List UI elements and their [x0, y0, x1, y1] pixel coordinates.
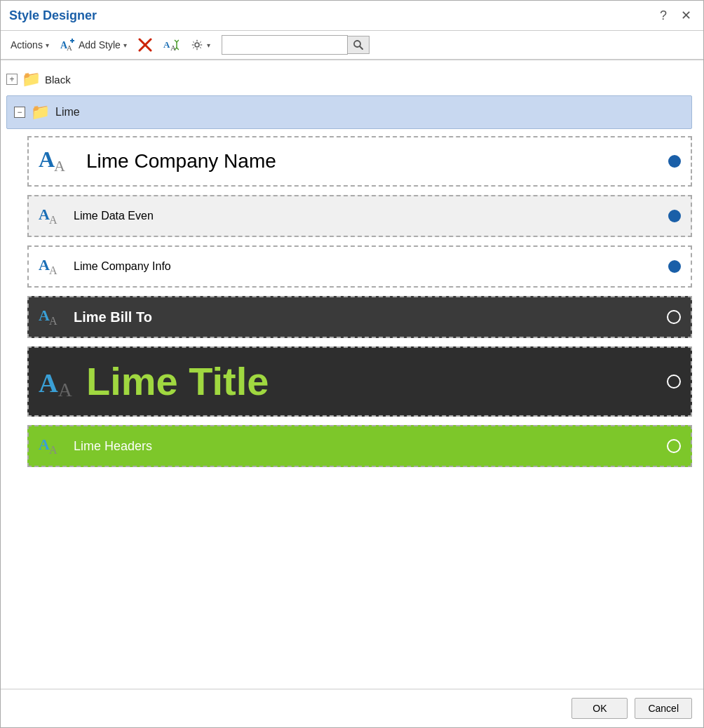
style-item-label-lime-company-name: Lime Company Name: [86, 150, 668, 173]
style-icon-company-name: A A: [39, 144, 78, 178]
lime-folder-collapse[interactable]: −: [14, 107, 25, 118]
settings-chevron-icon: ▾: [207, 41, 210, 49]
style-icon-bill-to: A A: [39, 305, 65, 329]
style-dot-1: [668, 210, 681, 222]
arrange-icon: A A: [163, 38, 179, 52]
lime-folder-container: − 📁 Lime A A Lime Company Name: [6, 95, 692, 471]
style-dot-4: [667, 375, 681, 389]
style-dot-3: [667, 310, 681, 324]
svg-text:A: A: [39, 436, 50, 453]
style-icon-data-even: A A: [39, 204, 65, 228]
svg-text:A: A: [170, 43, 176, 52]
search-icon: [353, 39, 364, 50]
add-style-icon: A A: [60, 38, 76, 52]
style-item-lime-company-info[interactable]: A A Lime Company Info: [27, 245, 692, 288]
style-item-lime-title[interactable]: A A Lime Title: [27, 346, 692, 417]
style-item-label-lime-headers: Lime Headers: [74, 439, 667, 454]
style-item-lime-data-even[interactable]: A A Lime Data Even: [27, 195, 692, 237]
lime-folder-label: Lime: [55, 106, 80, 119]
style-dot-0: [668, 155, 681, 168]
svg-text:A: A: [163, 39, 170, 50]
add-style-label: Add Style: [79, 39, 121, 50]
add-style-button[interactable]: A A Add Style ▾: [56, 35, 131, 55]
search-container: [222, 35, 370, 55]
svg-point-9: [195, 43, 199, 47]
add-style-chevron-icon: ▾: [123, 41, 127, 49]
svg-text:A: A: [58, 379, 72, 400]
style-icon-title: A A: [39, 360, 81, 403]
gear-icon: [190, 38, 204, 52]
content-area: + 📁 Black − 📁 Lime A A Lime Compan: [1, 60, 703, 689]
style-item-label-lime-title: Lime Title: [86, 362, 667, 401]
delete-icon: [138, 38, 152, 52]
style-dot-5: [667, 439, 681, 453]
close-button[interactable]: ✕: [677, 6, 695, 25]
style-item-label-lime-data-even: Lime Data Even: [74, 210, 668, 222]
svg-text:A: A: [49, 444, 57, 456]
lime-folder-row[interactable]: − 📁 Lime: [6, 95, 692, 129]
actions-label: Actions: [11, 39, 43, 50]
style-icon-company-info: A A: [39, 255, 65, 278]
ok-button[interactable]: OK: [571, 698, 628, 719]
settings-button[interactable]: ▾: [186, 35, 215, 55]
style-icon-headers: A A: [39, 434, 65, 458]
title-bar-left: Style Designer: [9, 8, 97, 23]
svg-text:A: A: [39, 368, 58, 398]
delete-button[interactable]: [134, 35, 156, 55]
svg-text:A: A: [49, 264, 57, 276]
style-dot-2: [668, 260, 681, 273]
style-item-label-lime-bill-to: Lime Bill To: [74, 309, 667, 325]
svg-text:A: A: [49, 315, 57, 327]
help-button[interactable]: ?: [656, 7, 670, 25]
footer: OK Cancel: [1, 689, 703, 727]
style-item-lime-headers[interactable]: A A Lime Headers: [27, 425, 692, 467]
actions-chevron-icon: ▾: [46, 41, 49, 49]
black-folder-expand[interactable]: +: [6, 74, 18, 85]
style-item-label-lime-company-info: Lime Company Info: [74, 260, 668, 273]
title-bar-right: ? ✕: [656, 6, 695, 25]
svg-text:A: A: [39, 205, 50, 223]
svg-text:A: A: [67, 43, 72, 52]
black-folder-icon: 📁: [22, 70, 41, 88]
svg-text:A: A: [39, 147, 55, 172]
search-button[interactable]: [348, 36, 370, 54]
cancel-button[interactable]: Cancel: [635, 698, 692, 719]
dialog-title: Style Designer: [9, 8, 97, 23]
svg-text:A: A: [54, 157, 65, 175]
black-folder-label: Black: [45, 74, 71, 86]
black-folder-row[interactable]: + 📁 Black: [1, 66, 698, 93]
svg-line-11: [360, 46, 363, 49]
svg-text:A: A: [49, 214, 57, 226]
actions-menu-button[interactable]: Actions ▾: [6, 36, 53, 53]
lime-folder-icon: 📁: [31, 103, 50, 121]
style-designer-dialog: Style Designer ? ✕ Actions ▾ A A Add Sty…: [0, 0, 704, 728]
style-items-list: A A Lime Company Name A A Lime Data Even: [27, 132, 692, 471]
title-bar: Style Designer ? ✕: [1, 1, 703, 31]
search-input[interactable]: [222, 35, 348, 55]
svg-text:A: A: [39, 306, 50, 324]
arrange-button[interactable]: A A: [159, 35, 183, 55]
style-item-lime-bill-to[interactable]: A A Lime Bill To: [27, 296, 692, 338]
svg-text:A: A: [39, 256, 50, 274]
toolbar: Actions ▾ A A Add Style ▾ A A: [1, 31, 703, 60]
style-item-lime-company-name[interactable]: A A Lime Company Name: [27, 136, 692, 187]
